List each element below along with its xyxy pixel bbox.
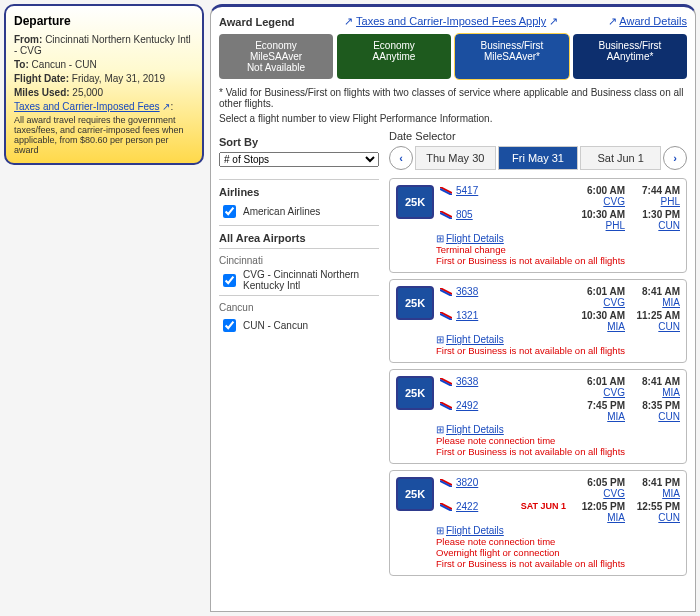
flight-number-link[interactable]: 3638	[456, 286, 570, 297]
airport-link[interactable]: CVG	[603, 297, 625, 308]
flight-result: 25K 3820 6:05 PMCVG 8:41 PMMIA 2422	[389, 470, 687, 576]
carrier-icon	[440, 288, 452, 296]
airport-link[interactable]: MIA	[662, 297, 680, 308]
warning-text: Terminal change	[436, 244, 680, 255]
flight-number-link[interactable]: 2492	[456, 400, 570, 411]
miles-badge[interactable]: 25K	[396, 286, 434, 320]
flight-result: 25K 3638 6:01 AMCVG 8:41 AMMIA 2492	[389, 369, 687, 464]
date-selector-title: Date Selector	[389, 130, 687, 142]
flight-number-link[interactable]: 2422	[456, 501, 521, 512]
cabin-business-anytime[interactable]: Business/FirstAAnytime*	[573, 34, 687, 79]
flight-number-link[interactable]: 805	[456, 209, 570, 220]
airport-link[interactable]: CUN	[658, 321, 680, 332]
award-details-link[interactable]: Award Details	[619, 15, 687, 27]
expand-icon[interactable]: ⊞	[436, 424, 444, 435]
popup-icon: ↗	[162, 101, 170, 112]
departure-to: Cancun - CUN	[32, 59, 97, 70]
miles-badge[interactable]: 25K	[396, 477, 434, 511]
flight-details-link[interactable]: Flight Details	[446, 334, 504, 345]
airport-link[interactable]: MIA	[662, 488, 680, 499]
departure-miles: 25,000	[72, 87, 103, 98]
popup-icon: ↗	[608, 15, 617, 27]
flight-number-link[interactable]: 3820	[456, 477, 570, 488]
cabin-economy-anytime[interactable]: EconomyAAnytime	[337, 34, 451, 79]
date-next-button[interactable]: ›	[663, 146, 687, 170]
airport-link[interactable]: PHL	[606, 220, 625, 231]
airport-link[interactable]: CUN	[658, 411, 680, 422]
airport-link[interactable]: CVG	[603, 488, 625, 499]
carrier-icon	[440, 187, 452, 195]
cabin-business-milesaaver[interactable]: Business/FirstMileSAAver*	[455, 34, 569, 79]
airport-link[interactable]: PHL	[661, 196, 680, 207]
airport-link[interactable]: CVG	[603, 196, 625, 207]
airline-checkbox-aa[interactable]: American Airlines	[219, 202, 379, 221]
award-legend-title: Award Legend	[219, 16, 295, 28]
sort-title: Sort By	[219, 136, 379, 148]
flight-number-link[interactable]: 5417	[456, 185, 570, 196]
carrier-icon	[440, 211, 452, 219]
tax-description: All award travel requires the government…	[14, 115, 194, 155]
origin-city-label: Cincinnati	[219, 255, 379, 266]
carrier-icon	[440, 503, 452, 511]
airport-link[interactable]: CVG	[603, 387, 625, 398]
carrier-icon	[440, 479, 452, 487]
flight-result: 25K 5417 6:00 AMCVG 7:44 AMPHL 805	[389, 178, 687, 273]
flight-details-link[interactable]: Flight Details	[446, 424, 504, 435]
flight-result: 25K 3638 6:01 AMCVG 8:41 AMMIA 1321	[389, 279, 687, 363]
miles-badge[interactable]: 25K	[396, 376, 434, 410]
airport-link[interactable]: MIA	[607, 411, 625, 422]
airports-title: All Area Airports	[219, 232, 379, 244]
airport-checkbox-cvg[interactable]: CVG - Cincinnati Northern Kentucky Intl	[219, 269, 379, 291]
flight-number-link[interactable]: 1321	[456, 310, 570, 321]
taxes-apply-link[interactable]: Taxes and Carrier-Imposed Fees Apply	[356, 15, 546, 27]
sort-select[interactable]: # of Stops	[219, 152, 379, 167]
airport-link[interactable]: MIA	[662, 387, 680, 398]
flight-details-link[interactable]: Flight Details	[446, 233, 504, 244]
date-option-0[interactable]: Thu May 30	[415, 146, 496, 170]
departure-panel: Departure From: Cincinnati Northern Kent…	[4, 4, 204, 165]
popup-icon: ↗	[549, 15, 558, 27]
airport-link[interactable]: MIA	[607, 512, 625, 523]
miles-badge[interactable]: 25K	[396, 185, 434, 219]
warning-text: Overnight flight or connection	[436, 547, 680, 558]
departure-date: Friday, May 31, 2019	[72, 73, 165, 84]
date-option-2[interactable]: Sat Jun 1	[580, 146, 661, 170]
carrier-icon	[440, 312, 452, 320]
expand-icon[interactable]: ⊞	[436, 334, 444, 345]
carrier-icon	[440, 402, 452, 410]
warning-text: First or Business is not available on al…	[436, 446, 680, 457]
expand-icon[interactable]: ⊞	[436, 233, 444, 244]
airport-link[interactable]: CUN	[658, 512, 680, 523]
departure-heading: Departure	[14, 14, 194, 28]
airport-checkbox-cun[interactable]: CUN - Cancun	[219, 316, 379, 335]
warning-text: First or Business is not available on al…	[436, 558, 680, 569]
flight-number-link[interactable]: 3638	[456, 376, 570, 387]
expand-icon[interactable]: ⊞	[436, 525, 444, 536]
popup-icon: ↗	[344, 15, 353, 27]
valid-note: * Valid for Business/First on flights wi…	[219, 87, 687, 109]
carrier-icon	[440, 378, 452, 386]
warning-text: First or Business is not available on al…	[436, 255, 680, 266]
warning-text: Please note connection time	[436, 536, 680, 547]
date-prev-button[interactable]: ‹	[389, 146, 413, 170]
date-option-1[interactable]: Fri May 31	[498, 146, 579, 170]
airport-link[interactable]: CUN	[658, 220, 680, 231]
airport-link[interactable]: MIA	[607, 321, 625, 332]
dest-city-label: Cancun	[219, 302, 379, 313]
cabin-economy-milesaaver[interactable]: EconomyMileSAAverNot Available	[219, 34, 333, 79]
warning-text: First or Business is not available on al…	[436, 345, 680, 356]
tax-fees-link[interactable]: Taxes and Carrier-Imposed Fees	[14, 101, 160, 112]
next-day-indicator: SAT JUN 1	[521, 501, 566, 511]
warning-text: Please note connection time	[436, 435, 680, 446]
airlines-title: Airlines	[219, 186, 379, 198]
flight-details-link[interactable]: Flight Details	[446, 525, 504, 536]
select-note: Select a flight number to view Flight Pe…	[219, 113, 687, 124]
